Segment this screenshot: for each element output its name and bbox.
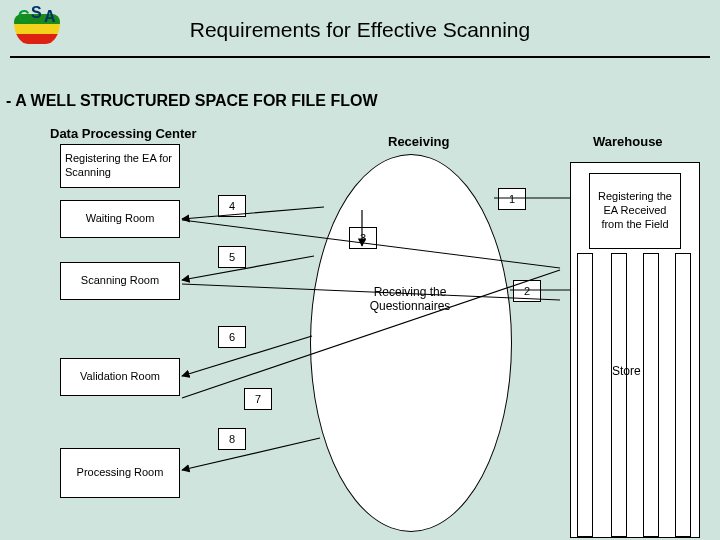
warehouse-register-box: Registering the EA Received from the Fie… — [589, 173, 681, 249]
flow-tag-4: 4 — [218, 195, 246, 217]
slide-title: Requirements for Effective Scanning — [0, 18, 720, 42]
store-label: Store — [612, 364, 641, 378]
flow-tag-7: 7 — [244, 388, 272, 410]
flow-tag-6: 6 — [218, 326, 246, 348]
flow-tag-3: 3 — [349, 227, 377, 249]
shelf-col — [643, 253, 659, 537]
oval-caption: Receiving the Questionnaires — [340, 285, 480, 313]
subtitle: - A WELL STRUCTURED SPACE FOR FILE FLOW — [6, 92, 378, 110]
section-label-receiving: Receiving — [388, 134, 449, 149]
flow-tag-2: 2 — [513, 280, 541, 302]
shelf-col — [611, 253, 627, 537]
warehouse-block: Registering the EA Received from the Fie… — [570, 162, 700, 538]
shelf-col — [577, 253, 593, 537]
section-label-warehouse: Warehouse — [593, 134, 663, 149]
flow-tag-8: 8 — [218, 428, 246, 450]
svg-line-5 — [182, 336, 312, 376]
flow-tag-1: 1 — [498, 188, 526, 210]
header: CSA Requirements for Effective Scanning — [0, 0, 720, 60]
flow-tag-5: 5 — [218, 246, 246, 268]
room-registering: Registering the EA for Scanning — [60, 144, 180, 188]
receiving-oval — [310, 154, 512, 532]
svg-line-3 — [182, 207, 324, 219]
svg-line-7 — [182, 438, 320, 470]
divider — [10, 56, 710, 58]
svg-line-4 — [182, 256, 314, 280]
room-processing: Processing Room — [60, 448, 180, 498]
section-label-dpc: Data Processing Center — [50, 126, 197, 141]
shelf-col — [675, 253, 691, 537]
room-validation: Validation Room — [60, 358, 180, 396]
room-waiting: Waiting Room — [60, 200, 180, 238]
room-scanning: Scanning Room — [60, 262, 180, 300]
